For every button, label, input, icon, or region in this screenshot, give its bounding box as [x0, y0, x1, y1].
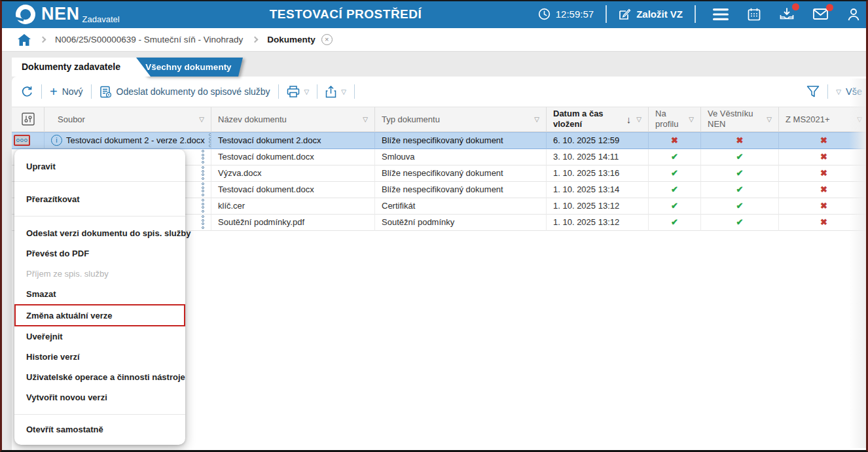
- column-header-na-profilu[interactable]: Na profilu ▽: [649, 107, 701, 132]
- cell-type: Soutěžní podmínky: [375, 215, 547, 231]
- status-from-ms2021: ✖: [820, 184, 827, 194]
- cell-date: 1. 10. 2025 13:14: [547, 182, 649, 198]
- status-on-profile: ✔: [671, 201, 678, 211]
- home-icon[interactable]: [18, 34, 31, 46]
- user-profile-button[interactable]: [847, 8, 860, 21]
- menu-item-prerazitkovat[interactable]: Přerazítkovat: [14, 182, 185, 216]
- menu-item-prevest-pdf[interactable]: Převést do PDF: [14, 243, 185, 264]
- menu-item-odeslat-verzi[interactable]: Odeslat verzi dokumentu do spis. služby: [14, 223, 185, 243]
- status-on-profile: ✔: [671, 184, 678, 194]
- column-header-typ[interactable]: Typ dokumentu ▽: [375, 107, 547, 132]
- menu-item-smazat[interactable]: Smazat: [14, 284, 185, 304]
- column-label: Název dokumentu: [218, 114, 287, 124]
- sort-desc-icon[interactable]: ↓: [626, 114, 632, 125]
- cell-date: 1. 10. 2025 13:12: [547, 198, 649, 215]
- row-actions-button[interactable]: [14, 135, 30, 146]
- breadcrumb: N006/25/S00000639 - Smuteční síň - Vinoh…: [0, 28, 868, 52]
- filter-icon[interactable]: ▽: [685, 116, 694, 123]
- status-from-ms2021: ✖: [820, 135, 827, 145]
- row-context-menu: Upravit Přerazítkovat Odeslat verzi doku…: [14, 149, 185, 445]
- filter-icon[interactable]: ▽: [359, 116, 368, 123]
- tab-vsechny-dokumenty[interactable]: Všechny dokumenty: [134, 58, 243, 77]
- row-drag-handle-icon[interactable]: [198, 150, 204, 164]
- app-header: NEN Zadavatel TESTOVACÍ PROSTŘEDÍ 12:59:…: [0, 0, 868, 28]
- menu-item-upravit[interactable]: Upravit: [14, 151, 185, 181]
- messages-button[interactable]: [813, 9, 828, 20]
- calendar-button[interactable]: [748, 8, 761, 21]
- row-drag-handle-icon[interactable]: [198, 183, 204, 196]
- printer-icon: [287, 86, 300, 97]
- header-separator: [695, 5, 696, 23]
- status-in-bulletin: ✔: [736, 217, 744, 227]
- clock-group: 12:59:57: [538, 8, 594, 20]
- info-icon[interactable]: i: [51, 135, 62, 146]
- filter-icon[interactable]: ▽: [763, 116, 772, 123]
- breadcrumb-case[interactable]: N006/25/S00000639 - Smuteční síň - Vinoh…: [55, 35, 243, 44]
- cell-date: 3. 10. 2025 14:11: [547, 149, 649, 165]
- filter-icon[interactable]: ▽: [530, 116, 539, 123]
- row-drag-handle-icon[interactable]: [198, 166, 204, 180]
- nen-logo-icon: [12, 1, 39, 27]
- status-in-bulletin: ✔: [736, 168, 744, 178]
- create-tender-label: Založit VZ: [636, 9, 683, 20]
- column-header-ms2021[interactable]: Z MS2021+ ▽: [779, 107, 866, 132]
- view-filter-label: Vše: [846, 86, 862, 97]
- menu-item-historie-verzi[interactable]: Historie verzí: [14, 347, 185, 367]
- received-documents-button[interactable]: [780, 8, 794, 21]
- cell-type: Blíže nespecifikovaný dokument: [375, 182, 547, 198]
- filter-button[interactable]: [806, 85, 820, 98]
- cell-name: Soutěžní podmínky.pdf: [211, 215, 375, 231]
- send-to-filing-label: Odeslat dokumenty do spisové služby: [117, 86, 270, 97]
- row-drag-handle-icon[interactable]: [198, 199, 204, 213]
- view-filter-dropdown[interactable]: ▽ Vše: [836, 86, 862, 97]
- cell-name: Testovací dokument 2.docx: [211, 132, 375, 149]
- menu-item-vytvorit-verzi[interactable]: Vytvořit novou verzi: [14, 387, 185, 408]
- row-drag-handle-icon[interactable]: [205, 133, 211, 147]
- column-header-datum[interactable]: Datum a čas vložení ↓ ▽: [547, 107, 649, 132]
- table-row[interactable]: i Testovací dokument 2 - verze 2.docx Te…: [12, 132, 866, 149]
- export-button[interactable]: ▽: [325, 86, 346, 98]
- tab-dokumenty-zadavatele[interactable]: Dokumenty zadavatele: [12, 58, 151, 77]
- chevron-down-icon[interactable]: ▽: [341, 88, 346, 96]
- column-header-soubor[interactable]: Soubor ▽: [45, 107, 211, 132]
- menu-item-prijem-spis: Příjem ze spis. služby: [14, 264, 185, 284]
- brand: NEN Zadavatel: [16, 0, 120, 28]
- status-from-ms2021: ✖: [820, 152, 827, 162]
- chevron-right-icon: [252, 37, 259, 43]
- toolbar-separator: [91, 84, 92, 99]
- create-tender-button[interactable]: Založit VZ: [619, 8, 683, 20]
- row-drag-handle-icon[interactable]: [198, 215, 204, 229]
- cell-date: 1. 10. 2025 13:16: [547, 165, 649, 182]
- toolbar-separator: [278, 84, 279, 99]
- menu-item-uverejnit[interactable]: Uveřejnit: [14, 326, 185, 347]
- header-separator: [606, 5, 607, 23]
- column-label: Na profilu: [655, 109, 684, 130]
- chevron-down-icon[interactable]: ▽: [304, 88, 310, 96]
- status-in-bulletin: ✔: [736, 201, 744, 211]
- column-header-vestnik[interactable]: Ve Věstníku NEN ▽: [701, 107, 779, 132]
- chevron-down-icon: ▽: [836, 88, 841, 96]
- menu-item-uzivatelske-operace[interactable]: Uživatelské operace a činnosti nástroje: [14, 367, 185, 387]
- toolbar-separator: [41, 84, 42, 99]
- print-button[interactable]: ▽: [287, 86, 310, 97]
- brand-subtitle: Zadavatel: [82, 14, 120, 24]
- main-menu-button[interactable]: [713, 9, 729, 20]
- filter-icon[interactable]: ▽: [195, 116, 204, 123]
- status-on-profile: ✖: [671, 135, 678, 145]
- column-header-nazev[interactable]: Název dokumentu ▽: [211, 107, 375, 132]
- menu-item-otevrit-samostatne[interactable]: Otevřít samostatně: [14, 415, 185, 443]
- send-to-filing-button[interactable]: Odeslat dokumenty do spisové služby: [99, 86, 270, 98]
- table-header-row: Soubor ▽ Název dokumentu ▽ Typ dokumentu…: [12, 107, 866, 132]
- new-document-button[interactable]: + Nový: [50, 85, 83, 98]
- cell-type: Blíže nespecifikovaný dokument: [375, 132, 547, 149]
- filter-icon[interactable]: ▽: [853, 116, 862, 123]
- column-settings-button[interactable]: [12, 107, 45, 132]
- status-in-bulletin: ✖: [736, 135, 744, 145]
- cell-type: Certifikát: [375, 198, 547, 215]
- menu-item-zmena-verze[interactable]: Změna aktuální verze: [14, 304, 185, 326]
- refresh-button[interactable]: [21, 86, 33, 98]
- cell-name: Testovací dokument.docx: [211, 149, 375, 165]
- environment-title: TESTOVACÍ PROSTŘEDÍ: [270, 0, 422, 28]
- close-breadcrumb-icon[interactable]: ×: [321, 34, 333, 45]
- filter-icon[interactable]: ▽: [632, 116, 642, 123]
